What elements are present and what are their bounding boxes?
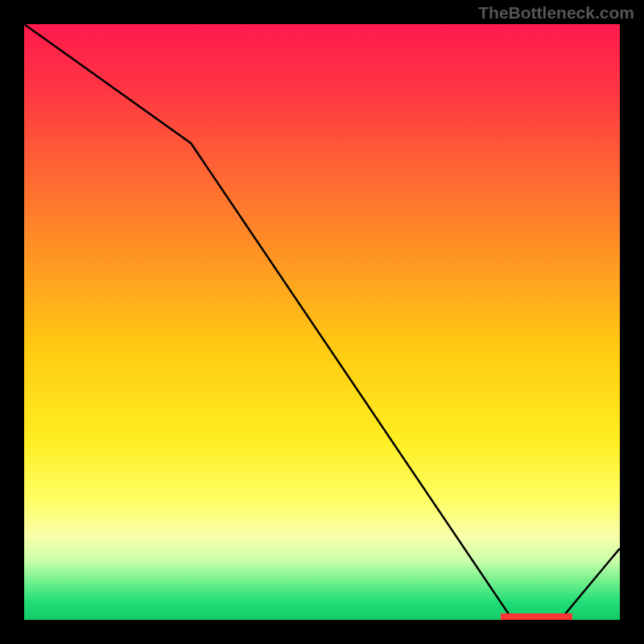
watermark-text: TheBottleneck.com [478,3,634,23]
optimal-range-indicator [501,613,572,620]
chart-background [24,24,620,620]
